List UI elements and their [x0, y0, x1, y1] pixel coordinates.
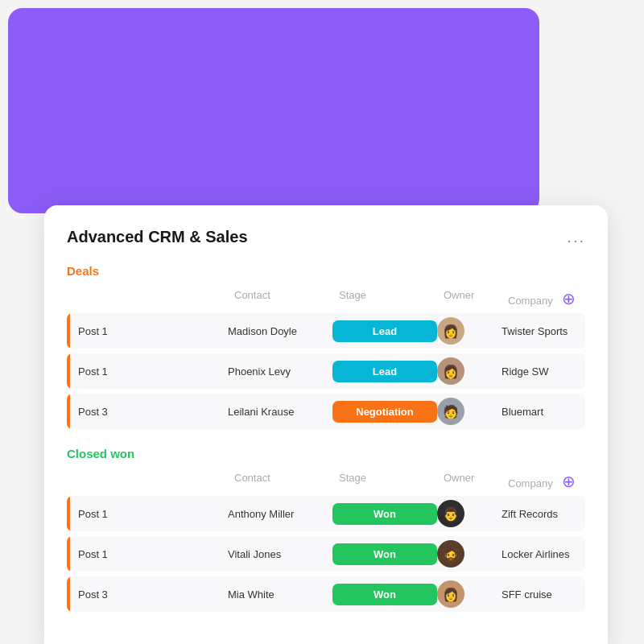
table-row: Post 1 Madison Doyle Lead 👩 Twister Spor…	[67, 313, 585, 349]
won-name: Post 1	[67, 508, 228, 520]
main-card: Advanced CRM & Sales ... Deals Contact S…	[44, 205, 608, 644]
col-deal-header	[73, 472, 234, 491]
owner-avatar: 🧑	[437, 398, 464, 425]
col-company-header: Company ⊕	[508, 472, 613, 491]
stage-badge: Won	[332, 503, 437, 525]
stage-badge: Won	[332, 543, 437, 565]
stage-badge: Won	[332, 584, 437, 605]
card-title: Advanced CRM & Sales	[67, 228, 248, 246]
closed-won-table-header: Contact Stage Owner Company ⊕	[67, 469, 585, 496]
deal-company: Bluemart	[502, 406, 585, 418]
table-row: Post 3 Mia White Won 👩 SFF cruise	[67, 576, 585, 612]
row-accent	[67, 536, 70, 572]
col-contact-header: Contact	[234, 289, 339, 308]
col-owner-header: Owner	[444, 289, 508, 308]
row-accent	[67, 576, 70, 612]
col-stage-header: Stage	[339, 289, 444, 308]
table-row: Post 3 Leilani Krause Negotiation 🧑 Blue…	[67, 394, 585, 429]
stage-badge: Negotiation	[332, 401, 437, 423]
col-owner-header: Owner	[444, 472, 508, 491]
row-accent	[67, 353, 70, 389]
col-contact-header: Contact	[234, 472, 339, 491]
row-accent	[67, 394, 70, 429]
closed-won-section: Closed won Contact Stage Owner Company ⊕…	[67, 447, 585, 612]
owner-avatar: 🧔	[437, 540, 464, 568]
col-company-header: Company ⊕	[508, 289, 613, 308]
table-row: Post 1 Anthony Miller Won 👨 Zift Records	[67, 496, 585, 531]
add-deal-button[interactable]: ⊕	[562, 289, 576, 308]
closed-won-section-title: Closed won	[67, 447, 134, 460]
won-company: Locker Airlines	[502, 548, 585, 560]
col-deal-header	[73, 289, 234, 308]
deal-company: Twister Sports	[502, 325, 585, 337]
more-options-button[interactable]: ...	[567, 228, 585, 246]
deals-table-header: Contact Stage Owner Company ⊕	[67, 286, 585, 313]
won-company: Zift Records	[502, 508, 585, 520]
deal-contact: Phoenix Levy	[228, 365, 332, 378]
stage-badge: Lead	[332, 320, 437, 342]
won-contact: Mia White	[228, 588, 332, 601]
deal-name: Post 1	[67, 365, 228, 378]
closed-won-section-header: Closed won	[67, 447, 585, 460]
deal-company: Ridge SW	[502, 365, 585, 378]
col-stage-header: Stage	[339, 472, 444, 491]
owner-avatar: 👩	[437, 580, 464, 608]
won-contact: Anthony Miller	[228, 508, 332, 520]
won-name: Post 3	[67, 588, 228, 601]
won-contact: Vitali Jones	[228, 548, 332, 560]
deal-name: Post 3	[67, 406, 228, 418]
deals-section-header: Deals	[67, 264, 585, 278]
won-company: SFF cruise	[502, 588, 585, 601]
owner-avatar: 👩	[437, 357, 464, 385]
deal-contact: Leilani Krause	[228, 406, 332, 418]
card-header: Advanced CRM & Sales ...	[67, 228, 585, 246]
table-row: Post 1 Phoenix Levy Lead 👩 Ridge SW	[67, 353, 585, 389]
row-accent	[67, 496, 70, 531]
row-accent	[67, 313, 70, 349]
won-name: Post 1	[67, 548, 228, 560]
deals-section-title: Deals	[67, 264, 99, 278]
stage-badge: Lead	[332, 361, 437, 382]
hero-background	[8, 8, 539, 213]
owner-avatar: 👩	[437, 317, 464, 345]
table-row: Post 1 Vitali Jones Won 🧔 Locker Airline…	[67, 536, 585, 572]
deal-contact: Madison Doyle	[228, 325, 332, 337]
deal-name: Post 1	[67, 325, 228, 337]
deals-section: Deals Contact Stage Owner Company ⊕ Post…	[67, 264, 585, 429]
add-closed-won-button[interactable]: ⊕	[562, 472, 576, 491]
owner-avatar: 👨	[437, 500, 464, 527]
